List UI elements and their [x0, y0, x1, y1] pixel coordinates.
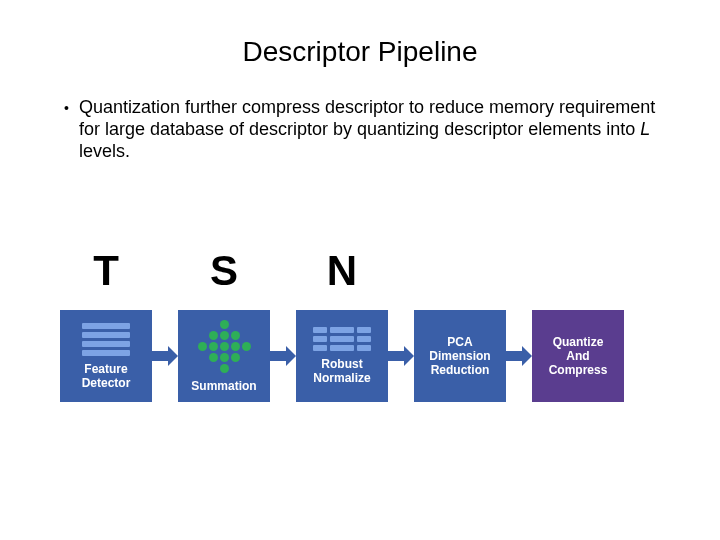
page-title: Descriptor Pipeline: [40, 36, 680, 68]
arrow-right-icon: [506, 346, 532, 366]
bullet-item: • Quantization further compress descript…: [40, 96, 680, 162]
bullet-text-pre: Quantization further compress descriptor…: [79, 97, 655, 139]
arrow-right-icon: [270, 346, 296, 366]
pipeline-label-2: Robust Normalize: [313, 357, 370, 385]
pipeline-label-3: PCA Dimension Reduction: [429, 335, 490, 377]
slide: Descriptor Pipeline • Quantization furth…: [0, 0, 720, 540]
pipeline-letter-2: N: [296, 264, 388, 278]
pipeline-box-2: NRobust Normalize: [296, 310, 388, 402]
arrow-right-icon: [388, 346, 414, 366]
pipeline-box-1: SSummation: [178, 310, 270, 402]
bullet-text: Quantization further compress descriptor…: [79, 96, 670, 162]
summation-dots-icon: [198, 320, 251, 373]
pipeline-letter-0: T: [60, 264, 152, 278]
pipeline-box-4: Quantize And Compress: [532, 310, 624, 402]
bullet-text-post: levels.: [79, 141, 130, 161]
pipeline-label-0: Feature Detector: [82, 362, 131, 390]
pipeline-label-1: Summation: [191, 379, 256, 393]
pipeline-diagram: TFeature DetectorSSummationNRobust Norma…: [60, 310, 624, 402]
pipeline-box-3: PCA Dimension Reduction: [414, 310, 506, 402]
feature-bars-icon: [82, 323, 130, 356]
pipeline-letter-1: S: [178, 264, 270, 278]
normalize-bars-icon: [313, 327, 371, 351]
arrow-right-icon: [152, 346, 178, 366]
pipeline-box-0: TFeature Detector: [60, 310, 152, 402]
pipeline-label-4: Quantize And Compress: [549, 335, 608, 377]
bullet-dot-icon: •: [64, 96, 69, 120]
bullet-text-ital: L: [640, 119, 650, 139]
